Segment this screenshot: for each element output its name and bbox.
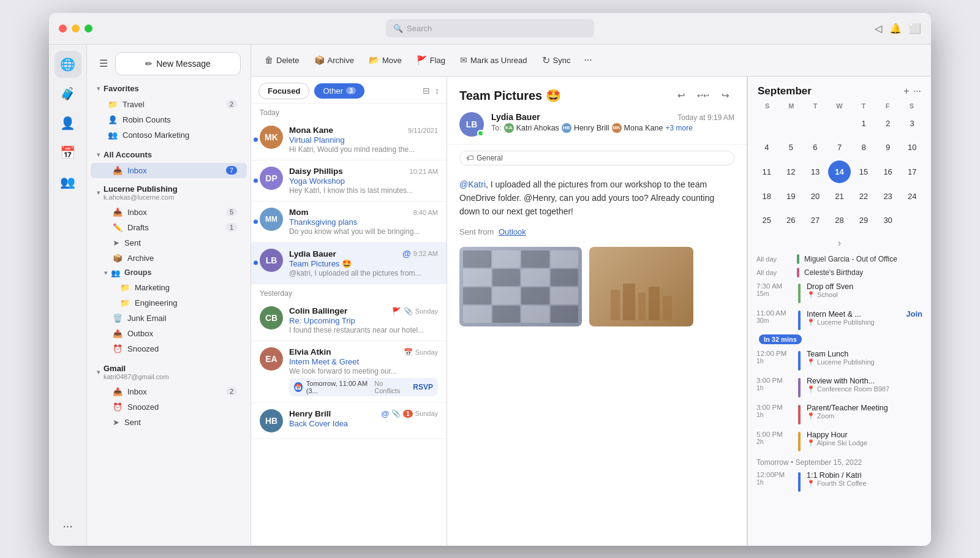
message-item[interactable]: HB Henry Brill @ 📎 1 Sunday — [251, 403, 447, 439]
outlook-link[interactable]: Outlook — [499, 227, 526, 236]
sidebar-item-travel[interactable]: 📁 Travel 2 — [91, 97, 247, 112]
cal-day-12[interactable]: 12 — [780, 160, 803, 184]
maximize-button[interactable] — [85, 25, 92, 32]
search-bar[interactable]: 🔍 Search — [386, 19, 594, 37]
hamburger-button[interactable]: ☰ — [97, 55, 110, 72]
allday-event[interactable]: All day Miguel Garcia - Out of Office — [748, 252, 931, 266]
calendar-event[interactable]: 3:00 PM 1h Parent/Teacher Meeting 📍 Zoom — [748, 401, 931, 428]
sidebar-item-snoozed[interactable]: ⏰ Snoozed — [91, 341, 247, 356]
cal-day-22[interactable]: 22 — [852, 184, 875, 208]
sidebar-item-contoso[interactable]: 👥 Contoso Marketing — [91, 127, 247, 143]
cal-day-16[interactable]: 16 — [876, 160, 900, 184]
sidebar-item-marketing[interactable]: 📁 Marketing — [91, 280, 247, 295]
join-button[interactable]: Join — [906, 309, 922, 319]
sidebar-item-gmail-snoozed[interactable]: ⏰ Snoozed — [91, 399, 247, 415]
sidebar-item-gmail-inbox[interactable]: 📥 Inbox 2 — [91, 384, 247, 399]
groups-section-header[interactable]: ▾ 👥 Groups — [87, 266, 251, 280]
cal-day-6[interactable]: 6 — [804, 136, 827, 159]
message-item[interactable]: CB Colin Ballinger 🚩 📎 Sunday — [251, 300, 447, 341]
cal-day-10[interactable]: 10 — [900, 136, 924, 159]
cal-day-27[interactable]: 27 — [804, 209, 827, 232]
sort-icon[interactable]: ↕ — [435, 86, 439, 96]
cal-day-26[interactable]: 26 — [780, 209, 803, 232]
sidebar-item-lucerne-inbox[interactable]: 📥 Inbox 5 — [91, 205, 247, 220]
cal-day-11[interactable]: 11 — [755, 160, 778, 184]
mark-unread-button[interactable]: ✉ Mark as Unread — [454, 52, 533, 68]
rail-calendar-icon[interactable]: 📅 — [55, 139, 81, 166]
cal-day-20[interactable]: 20 — [804, 184, 827, 208]
titlebar-bell-icon[interactable]: 🔔 — [889, 23, 902, 34]
message-item-active[interactable]: LB Lydia Bauer @ 9:32 AM Team Pictures — [251, 243, 447, 284]
cal-day-3[interactable]: 3 — [900, 112, 924, 135]
cal-day-5[interactable]: 5 — [780, 136, 803, 159]
cal-day-23[interactable]: 23 — [876, 184, 900, 208]
calendar-event[interactable]: 5:00 PM 2h Happy Hour 📍 Alpine Ski Lodge — [748, 428, 931, 454]
calendar-event[interactable]: 7:30 AM 15m Drop off Sven 📍 School — [748, 279, 931, 306]
cal-day-4[interactable]: 4 — [755, 136, 778, 159]
cal-day-24[interactable]: 24 — [900, 184, 924, 208]
favorites-section-header[interactable]: ▾ Favorites — [87, 80, 251, 97]
message-item[interactable]: EA Elvia Atkin 📅 Sunday Intern Meet & — [251, 341, 447, 403]
cal-day-28[interactable]: 28 — [828, 209, 851, 232]
calendar-expand-button[interactable]: › — [748, 236, 931, 250]
cal-day-13[interactable]: 13 — [804, 160, 827, 184]
sidebar-item-outbox[interactable]: 📤 Outbox — [91, 326, 247, 341]
rail-people-icon[interactable]: 👥 — [55, 168, 81, 195]
sidebar-item-gmail-sent[interactable]: ➤ Sent — [91, 415, 247, 430]
calendar-event-tomorrow[interactable]: 12:00PM 1h 1:1 Robin / Katri 📍 Fourth St… — [748, 468, 931, 495]
tab-other[interactable]: Other 3 — [314, 83, 364, 99]
more-button[interactable]: ··· — [579, 51, 597, 69]
rsvp-button[interactable]: RSVP — [413, 383, 433, 391]
gmail-account-header[interactable]: ▾ Gmail katri0487@gmail.com — [87, 360, 251, 384]
sidebar-item-archive[interactable]: 📦 Archive — [91, 251, 247, 266]
cal-day-7[interactable]: 7 — [828, 136, 851, 159]
calendar-event[interactable]: 3:00 PM 1h Review with North... 📍 Confer… — [748, 374, 931, 401]
cal-day-30[interactable]: 30 — [876, 209, 900, 232]
calendar-event[interactable]: 12:00 PM 1h Team Lunch 📍 Lucerne Publish… — [748, 347, 931, 374]
close-button[interactable] — [59, 25, 67, 32]
sidebar-item-sent[interactable]: ➤ Sent — [91, 235, 247, 251]
cal-day-17[interactable]: 17 — [900, 160, 924, 184]
delete-button[interactable]: 🗑 Delete — [258, 52, 306, 68]
lucerne-account-header[interactable]: ▾ Lucerne Publishing k.ahokas@lucerne.co… — [87, 181, 251, 205]
sidebar-item-drafts[interactable]: ✏️ Drafts 1 — [91, 220, 247, 235]
flag-button[interactable]: 🚩 Flag — [410, 52, 451, 68]
message-item[interactable]: MM Mom 8:40 AM Thanksgiving plans Do you… — [251, 202, 447, 243]
archive-button[interactable]: 📦 Archive — [308, 52, 360, 68]
email-tag[interactable]: 🏷 General — [459, 151, 734, 165]
sidebar-item-engineering[interactable]: 📁 Engineering — [91, 295, 247, 311]
titlebar-window-icon[interactable]: ⬜ — [909, 23, 921, 34]
allday-event[interactable]: All day Celeste's Birthday — [748, 266, 931, 279]
cal-day-19[interactable]: 19 — [780, 184, 803, 208]
sidebar-item-junk[interactable]: 🗑️ Junk Email — [91, 311, 247, 326]
cal-day-15[interactable]: 15 — [852, 160, 875, 184]
calendar-add-button[interactable]: + — [903, 86, 909, 97]
reply-all-button[interactable]: ↩↩ — [694, 86, 712, 105]
cal-day-14-today[interactable]: 14 — [828, 160, 851, 184]
cal-day-1[interactable]: 1 — [852, 112, 875, 135]
rail-mail-icon[interactable]: 🧳 — [55, 80, 81, 107]
reply-button[interactable]: ↩ — [672, 86, 690, 105]
calendar-more-button[interactable]: ··· — [913, 86, 921, 97]
tab-focused[interactable]: Focused — [258, 83, 309, 99]
cal-day-29[interactable]: 29 — [852, 209, 875, 232]
more-recipients-link[interactable]: +3 more — [665, 124, 692, 132]
cal-day-18[interactable]: 18 — [755, 184, 778, 208]
cal-day-9[interactable]: 9 — [876, 136, 900, 159]
cal-day-21[interactable]: 21 — [828, 184, 851, 208]
rail-person-icon[interactable]: 👤 — [55, 110, 81, 137]
rail-more-icon[interactable]: ··· — [55, 513, 81, 540]
calendar-event[interactable]: 11:00 AM 30m Intern Meet & ... Join 📍 Lu… — [748, 306, 931, 333]
filter-icon[interactable]: ⊟ — [423, 86, 430, 96]
move-button[interactable]: 📂 Move — [363, 52, 408, 68]
cal-day-2[interactable]: 2 — [876, 112, 900, 135]
cal-day-25[interactable]: 25 — [755, 209, 778, 232]
new-message-button[interactable]: ✏ New Message — [115, 52, 241, 75]
all-accounts-header[interactable]: ▾ All Accounts — [87, 146, 251, 163]
minimize-button[interactable] — [72, 25, 80, 32]
titlebar-back-icon[interactable]: ◁ — [875, 23, 882, 34]
rail-globe-icon[interactable]: 🌐 — [55, 51, 81, 78]
sidebar-item-robin[interactable]: 👤 Robin Counts — [91, 112, 247, 127]
forward-button[interactable]: ↪ — [716, 86, 734, 105]
sidebar-item-inbox[interactable]: 📥 Inbox 7 — [91, 163, 247, 178]
